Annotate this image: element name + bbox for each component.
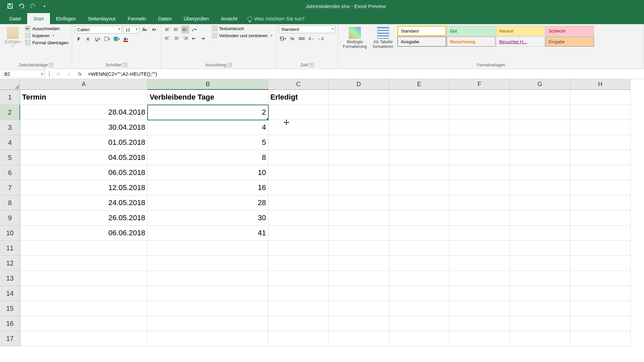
cell-F7[interactable] xyxy=(449,180,510,195)
cell-E14[interactable] xyxy=(389,286,449,301)
cell-H10[interactable] xyxy=(570,226,631,241)
tab-datei[interactable]: Datei xyxy=(3,13,27,24)
cell-D14[interactable] xyxy=(329,286,389,301)
cell-F10[interactable] xyxy=(449,226,510,241)
row-header-3[interactable]: 3 xyxy=(0,120,20,135)
accounting-format-button[interactable]: 💱▾ xyxy=(279,35,287,43)
align-right-button[interactable] xyxy=(181,34,189,42)
cell-A6[interactable]: 06.05.2018 xyxy=(20,165,148,180)
tab-seitenlayout[interactable]: Seitenlayout xyxy=(82,13,122,24)
increase-decimal-button[interactable]: ,0→ xyxy=(307,35,315,43)
cell-G14[interactable] xyxy=(510,286,570,301)
cell-H7[interactable] xyxy=(570,180,631,195)
cell-A14[interactable] xyxy=(20,286,148,301)
cell-C15[interactable] xyxy=(268,301,329,316)
insert-function-button[interactable]: fx xyxy=(74,69,85,79)
format-painter-button[interactable]: Format übertragen xyxy=(24,40,69,46)
cell-H14[interactable] xyxy=(570,286,631,301)
row-header-14[interactable]: 14 xyxy=(0,286,20,301)
row-header-9[interactable]: 9 xyxy=(0,210,20,226)
cell-H16[interactable] xyxy=(570,316,631,331)
clipboard-dialog-launcher[interactable] xyxy=(49,63,53,67)
cell-C1[interactable]: Erledigt xyxy=(268,90,329,105)
cell-C3[interactable] xyxy=(268,120,329,135)
cell-E1[interactable] xyxy=(389,90,449,105)
cell-F2[interactable] xyxy=(449,105,510,120)
cell-H6[interactable] xyxy=(570,165,631,180)
column-header-D[interactable]: D xyxy=(329,79,389,90)
style-besuchter-link[interactable]: Besuchter H... xyxy=(496,37,545,47)
cell-C16[interactable] xyxy=(268,316,329,331)
tab-daten[interactable]: Daten xyxy=(152,13,178,24)
cell-C11[interactable] xyxy=(268,241,329,256)
cell-D16[interactable] xyxy=(329,316,389,331)
font-color-button[interactable]: A▾ xyxy=(122,35,130,43)
row-header-10[interactable]: 10 xyxy=(0,226,20,241)
cell-B8[interactable]: 28 xyxy=(148,195,268,210)
underline-button[interactable]: U▾ xyxy=(94,35,102,43)
column-header-F[interactable]: F xyxy=(449,79,510,90)
tab-formeln[interactable]: Formeln xyxy=(122,13,152,24)
cell-C7[interactable] xyxy=(268,180,329,195)
cell-F15[interactable] xyxy=(449,301,510,316)
cell-B15[interactable] xyxy=(148,301,268,316)
orientation-button[interactable]: ⤢▾ xyxy=(190,25,198,34)
cell-G6[interactable] xyxy=(510,165,570,180)
cell-G4[interactable] xyxy=(510,135,570,150)
increase-indent-button[interactable]: ⇥ xyxy=(199,34,207,42)
undo-icon[interactable] xyxy=(18,3,25,9)
row-header-5[interactable]: 5 xyxy=(0,150,20,165)
cell-G16[interactable] xyxy=(510,316,570,331)
row-header-2[interactable]: 2 xyxy=(0,105,20,120)
increase-font-button[interactable]: A▴ xyxy=(141,25,149,34)
align-center-button[interactable] xyxy=(172,34,180,42)
cell-E5[interactable] xyxy=(389,150,449,165)
cell-C17[interactable] xyxy=(268,331,329,346)
cell-D11[interactable] xyxy=(329,241,389,256)
cell-G17[interactable] xyxy=(510,331,570,346)
cell-G7[interactable] xyxy=(510,180,570,195)
cell-B10[interactable]: 41 xyxy=(148,226,268,241)
cell-F13[interactable] xyxy=(449,271,510,286)
cell-C4[interactable] xyxy=(268,135,329,150)
cell-G3[interactable] xyxy=(510,120,570,135)
cell-C6[interactable] xyxy=(268,165,329,180)
column-header-A[interactable]: A xyxy=(20,79,148,90)
row-header-6[interactable]: 6 xyxy=(0,165,20,180)
cell-D7[interactable] xyxy=(329,180,389,195)
cancel-formula-button[interactable]: ✕ xyxy=(53,69,64,79)
cell-B5[interactable]: 8 xyxy=(148,150,268,165)
cell-C9[interactable] xyxy=(268,210,329,226)
cell-C13[interactable] xyxy=(268,271,329,286)
cell-B11[interactable] xyxy=(148,241,268,256)
cell-D2[interactable] xyxy=(329,105,389,120)
bold-button[interactable]: F xyxy=(75,35,83,43)
cell-A17[interactable] xyxy=(20,331,148,346)
column-header-B[interactable]: B xyxy=(148,79,268,90)
column-header-H[interactable]: H xyxy=(570,79,631,90)
number-dialog-launcher[interactable] xyxy=(310,63,314,67)
cell-E11[interactable] xyxy=(389,241,449,256)
cell-B7[interactable]: 16 xyxy=(148,180,268,195)
cell-A7[interactable]: 12.05.2018 xyxy=(20,180,148,195)
cell-A9[interactable]: 26.05.2018 xyxy=(20,210,148,226)
align-top-button[interactable] xyxy=(164,25,172,34)
format-as-table-button[interactable]: Als Tabelle formatieren xyxy=(371,25,395,51)
cell-A13[interactable] xyxy=(20,271,148,286)
cell-F6[interactable] xyxy=(449,165,510,180)
cell-C2[interactable] xyxy=(268,105,329,120)
tab-start[interactable]: Start xyxy=(27,13,50,24)
fill-color-button[interactable]: 🪣▾ xyxy=(112,35,120,43)
cell-A1[interactable]: Termin xyxy=(20,90,148,105)
comma-format-button[interactable]: 000 xyxy=(298,35,306,43)
cell-E13[interactable] xyxy=(389,271,449,286)
tab-einfuegen[interactable]: Einfügen xyxy=(50,13,82,24)
cell-A15[interactable] xyxy=(20,301,148,316)
cell-H17[interactable] xyxy=(570,331,631,346)
cell-B17[interactable] xyxy=(148,331,268,346)
cell-C8[interactable] xyxy=(268,195,329,210)
cell-A8[interactable]: 24.05.2018 xyxy=(20,195,148,210)
cell-B2[interactable]: 2 xyxy=(148,105,268,120)
cell-A4[interactable]: 01.05.2018 xyxy=(20,135,148,150)
cut-button[interactable]: ✂Ausschneiden xyxy=(24,25,69,32)
